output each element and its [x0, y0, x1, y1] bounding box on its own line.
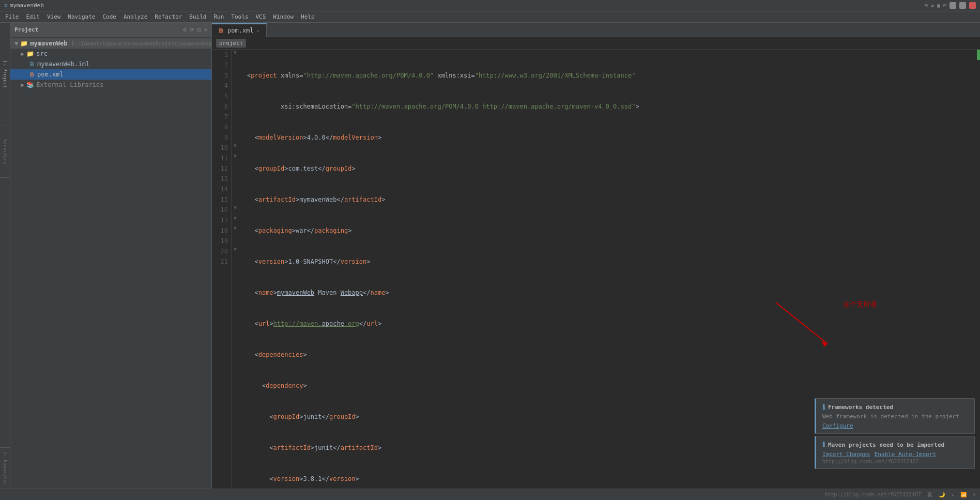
close-btn[interactable]	[969, 2, 976, 9]
xml-icon: 🗎	[29, 71, 35, 78]
vtab-structure[interactable]: Structure	[0, 126, 10, 178]
tree-item-src[interactable]: ▶ 📁 src	[10, 49, 211, 59]
status-moon: 🌙	[939, 492, 945, 497]
project-panel-title: Project	[14, 26, 38, 33]
menu-refactor[interactable]: Refactor	[151, 12, 185, 21]
vtab-project[interactable]: 1: Project	[0, 23, 10, 126]
maximize-btn[interactable]	[959, 2, 966, 9]
fold-11[interactable]: ▼	[234, 153, 237, 159]
notif-maven-title: ℹ Maven projects need to be imported	[822, 441, 968, 449]
minimize-btn[interactable]	[950, 2, 956, 9]
chevron-right-icon: ▶	[21, 50, 24, 57]
status-bar: http://blog.csdn.net/f627422467 英 🌙 ↓ 📶 …	[0, 489, 980, 500]
title-bar: ⚙ mymavenWeb ⊞ ≡ ▣ ⊡	[0, 0, 980, 11]
toolbar-icons: ⊞ ≡ ▣ ⊡	[925, 3, 946, 8]
chevron-right-icon: ▶	[21, 81, 24, 88]
status-signal: 📶	[960, 492, 967, 497]
tab-xml-icon: 🗎	[218, 27, 224, 34]
sync-icon[interactable]: ⟳	[190, 26, 194, 33]
code-line-10: <dependencies>	[247, 350, 969, 360]
tree-item-root[interactable]: ▼ 📁 mymavenWeb E:\IdeaWorkSpace\mymavenW…	[10, 38, 211, 49]
tree-item-ext-libs[interactable]: ▶ 📚 External Libraries	[10, 80, 211, 90]
code-line-11: <dependency>	[247, 381, 969, 391]
project-icon: 📁	[20, 40, 28, 47]
menu-window[interactable]: Window	[270, 12, 297, 21]
scroll-indicator	[977, 50, 980, 60]
menu-code[interactable]: Code	[99, 12, 119, 21]
notifications-container: ℹ Frameworks detected Web framework is d…	[815, 398, 975, 469]
breadcrumb-project[interactable]: project	[216, 39, 246, 48]
tab-pom-xml[interactable]: 🗎 pom.xml ✕	[212, 23, 267, 37]
fold-20[interactable]: ▼	[234, 246, 237, 252]
tab-close-icon[interactable]: ✕	[257, 28, 260, 34]
status-net: ↓	[951, 492, 954, 497]
status-url: http://blog.csdn.net/f627422467	[824, 492, 921, 497]
expand-icon[interactable]: ◫	[197, 26, 201, 33]
menu-build[interactable]: Build	[186, 12, 209, 21]
tree-item-pom[interactable]: 🗎 pom.xml	[10, 69, 211, 80]
panel-header-icons: ⚙ ⟳ ◫ ✕	[183, 26, 207, 33]
close-panel-icon[interactable]: ✕	[204, 26, 207, 33]
iml-icon: 🗎	[29, 60, 35, 68]
code-line-5: <artifactId>mymavenWeb</artifactId>	[247, 194, 969, 205]
title-bar-title: ⚙ mymavenWeb	[4, 2, 44, 9]
notif-enable-auto-import-link[interactable]: Enable Auto-Import	[875, 451, 936, 458]
editor-tab-bar: 🗎 pom.xml ✕	[212, 23, 980, 37]
menu-bar: File Edit View Navigate Code Analyze Ref…	[0, 11, 980, 23]
root-path: E:\IdeaWorkSpace\mymavenWebProject\mymav…	[71, 41, 211, 47]
app-icon: ⚙	[4, 2, 8, 9]
menu-tools[interactable]: Tools	[228, 12, 251, 21]
gear-icon[interactable]: ⚙	[183, 26, 187, 33]
libs-icon: 📚	[26, 81, 34, 88]
tree-item-iml[interactable]: 🗎 mymavenWeb.iml	[10, 59, 211, 69]
notif-frameworks-body: Web framework is detected in the project	[822, 413, 968, 420]
tab-label: pom.xml	[227, 27, 254, 34]
menu-edit[interactable]: Edit	[23, 12, 43, 21]
project-tree: ▼ 📁 mymavenWeb E:\IdeaWorkSpace\mymavenW…	[10, 37, 211, 489]
fold-18[interactable]: ▼	[234, 225, 237, 231]
project-panel-header: Project ⚙ ⟳ ◫ ✕	[10, 23, 211, 37]
fold-17[interactable]: ▼	[234, 215, 237, 221]
notif-maven-info-icon: ℹ	[822, 441, 825, 449]
notif-configure-link[interactable]: Configure	[822, 422, 853, 429]
line-numbers: 1 2 3 4 5 6 7 8 9 10 11 12 13 14	[212, 50, 232, 500]
menu-help[interactable]: Help	[298, 12, 318, 21]
window-controls: ⊞ ≡ ▣ ⊡	[925, 2, 976, 9]
code-line-9: <url>http://maven.apache.org</url>	[247, 319, 969, 329]
vtab-favorites[interactable]: 2: Favorites	[0, 447, 10, 489]
code-line-4: <groupId>com.test</groupId>	[247, 163, 969, 174]
code-line-3: <modelVersion>4.0.0</modelVersion>	[247, 132, 969, 143]
folder-icon: 📁	[26, 50, 34, 57]
notification-maven: ℹ Maven projects need to be imported Imp…	[815, 436, 975, 469]
menu-analyze[interactable]: Analyze	[120, 12, 150, 21]
root-label: mymavenWeb	[30, 40, 67, 47]
notif-maven-url: http://blog.csdn.net/f627422467	[822, 459, 968, 464]
menu-file[interactable]: File	[2, 12, 22, 21]
menu-view[interactable]: View	[44, 12, 64, 21]
menu-navigate[interactable]: Navigate	[65, 12, 99, 21]
breadcrumb-bar: project	[212, 37, 980, 50]
code-gutter: ▼ ▼ ▼ ▼ ▼ ▼ ▼	[232, 50, 243, 500]
notif-maven-links: Import Changes Enable Auto-Import	[822, 451, 968, 458]
status-en: 英	[927, 491, 932, 498]
fold-1[interactable]: ▼	[234, 50, 237, 55]
left-sidebar-strip: 1: Project Structure 2: Favorites	[0, 23, 10, 489]
notification-frameworks: ℹ Frameworks detected Web framework is d…	[815, 398, 975, 434]
project-panel: Project ⚙ ⟳ ◫ ✕ ▼ 📁 mymavenWeb E:\IdeaWo…	[10, 23, 212, 489]
chevron-down-icon: ▼	[14, 40, 18, 47]
menu-run[interactable]: Run	[210, 12, 227, 21]
fold-16[interactable]: ▼	[234, 205, 237, 210]
code-line-1: <project xmlns="http://maven.apache.org/…	[247, 70, 969, 81]
notif-import-changes-link[interactable]: Import Changes	[822, 451, 870, 458]
code-line-14: <version>3.8.1</version>	[247, 474, 969, 484]
menu-vcs[interactable]: VCS	[252, 12, 269, 21]
code-line-7: <version>1.0-SNAPSHOT</version>	[247, 256, 969, 267]
code-line-8: <name>mymavenWeb Maven Webapp</name>	[247, 287, 969, 298]
code-line-6: <packaging>war</packaging>	[247, 225, 969, 236]
fold-10[interactable]: ▼	[234, 143, 237, 148]
status-power: ⚡	[973, 492, 976, 497]
code-line-2: xsi:schemaLocation="http://maven.apache.…	[247, 101, 969, 112]
notif-frameworks-title: ℹ Frameworks detected	[822, 403, 968, 411]
notif-info-icon: ℹ	[822, 403, 825, 411]
